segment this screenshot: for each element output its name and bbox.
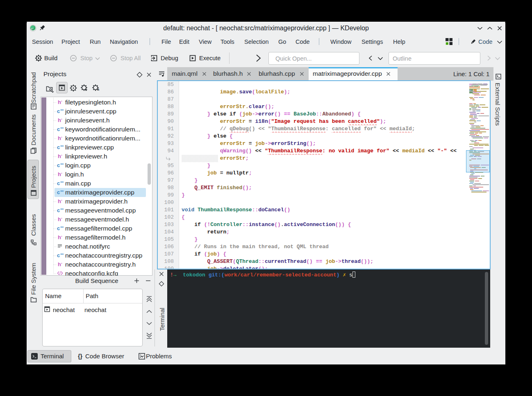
svg-text:{}: {} <box>78 353 82 360</box>
